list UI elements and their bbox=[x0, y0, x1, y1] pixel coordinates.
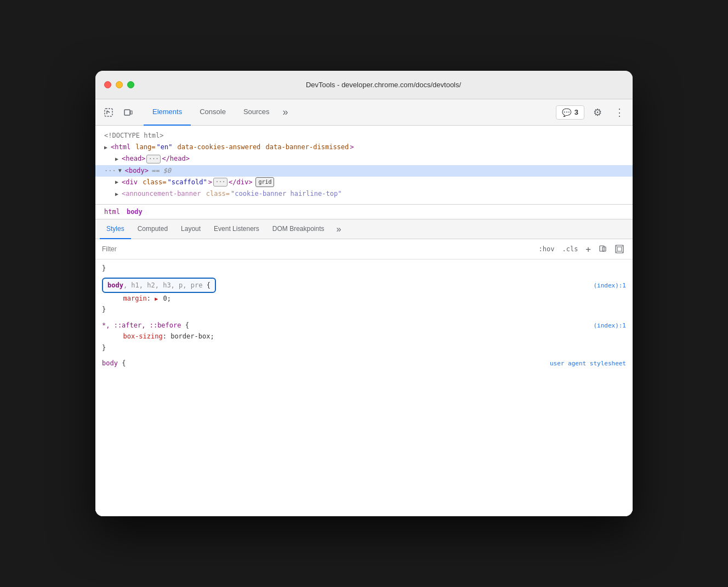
tab-layout[interactable]: Layout bbox=[174, 219, 207, 239]
issues-count: 3 bbox=[575, 108, 578, 116]
tab-event-listeners[interactable]: Event Listeners bbox=[207, 219, 266, 239]
devtools-panel: Elements Console Sources » 💬 3 ⚙ bbox=[95, 99, 633, 516]
toolbar-icons bbox=[100, 104, 137, 121]
css-source-link-1[interactable]: (index):1 bbox=[593, 281, 626, 291]
tree-row-doctype[interactable]: <!DOCTYPE html> bbox=[95, 130, 633, 142]
svg-rect-2 bbox=[130, 111, 132, 114]
traffic-lights bbox=[104, 81, 134, 88]
css-selector-line-2: *, ::after, ::before { (index):1 bbox=[102, 320, 626, 331]
tree-row-div[interactable]: ▶ <div class="scaffold"> ··· </div> grid bbox=[95, 177, 633, 188]
css-selector-line: body, h1, h2, h3, p, pre { (index):1 bbox=[102, 278, 626, 293]
breadcrumb-html[interactable]: html bbox=[102, 207, 122, 217]
svg-rect-1 bbox=[124, 110, 130, 115]
css-rule-1: body, h1, h2, h3, p, pre { (index):1 mar… bbox=[95, 275, 633, 318]
breadcrumb: html body bbox=[95, 204, 633, 219]
window-title: DevTools - developer.chrome.com/docs/dev… bbox=[143, 81, 624, 89]
cls-button[interactable]: .cls bbox=[560, 244, 580, 254]
hov-button[interactable]: :hov bbox=[537, 244, 557, 254]
minimize-button[interactable] bbox=[116, 81, 123, 88]
tree-row-head[interactable]: ▶ <head> ··· </head> bbox=[95, 153, 633, 165]
maximize-button[interactable] bbox=[127, 81, 134, 88]
ellipsis-icon: ⋮ bbox=[615, 106, 624, 118]
titlebar: DevTools - developer.chrome.com/docs/dev… bbox=[95, 71, 633, 99]
more-tabs-icon[interactable]: » bbox=[278, 106, 293, 118]
main-tabs: Elements Console Sources » bbox=[144, 99, 554, 126]
toolbar-right: 💬 3 ⚙ ⋮ bbox=[556, 104, 628, 121]
tree-row-announcement[interactable]: ▶ <announcement-banner class="cookie-ban… bbox=[95, 188, 633, 200]
css-selector-line-3: body { user agent stylesheet bbox=[102, 358, 626, 369]
box-model-icon[interactable] bbox=[613, 242, 626, 256]
css-selector: body, h1, h2, h3, p, pre { bbox=[102, 278, 216, 293]
tree-row-html[interactable]: ▶ <html lang="en" data-cookies-answered … bbox=[95, 142, 633, 153]
device-toolbar-icon[interactable] bbox=[120, 104, 137, 121]
css-property-margin: margin: ▶ 0; bbox=[102, 293, 626, 304]
devtools-toolbar: Elements Console Sources » 💬 3 ⚙ bbox=[95, 99, 633, 126]
css-source-link-2[interactable]: (index):1 bbox=[593, 321, 626, 331]
css-source-link-3[interactable]: user agent stylesheet bbox=[550, 359, 626, 369]
issues-badge-button[interactable]: 💬 3 bbox=[556, 105, 584, 120]
settings-button[interactable]: ⚙ bbox=[589, 104, 606, 121]
tab-styles[interactable]: Styles bbox=[100, 219, 131, 239]
inspect-element-icon[interactable] bbox=[100, 104, 117, 121]
css-rule-3: body { user agent stylesheet bbox=[95, 355, 633, 371]
ellipsis-button[interactable]: ··· bbox=[213, 178, 228, 187]
close-button[interactable] bbox=[104, 81, 111, 88]
selector-highlight-box[interactable]: body, h1, h2, h3, p, pre { bbox=[102, 278, 216, 293]
tab-console[interactable]: Console bbox=[191, 99, 235, 126]
expand-icon: ▶ bbox=[115, 190, 121, 199]
expand-icon: ▶ bbox=[115, 178, 121, 187]
tab-sources[interactable]: Sources bbox=[235, 99, 278, 126]
tab-elements[interactable]: Elements bbox=[144, 99, 191, 126]
grid-badge[interactable]: grid bbox=[255, 177, 274, 187]
svg-rect-0 bbox=[105, 109, 112, 116]
breadcrumb-body[interactable]: body bbox=[124, 207, 145, 217]
filter-bar: :hov .cls + bbox=[95, 239, 633, 259]
expand-icon: ▶ bbox=[104, 143, 110, 152]
ellipsis-button[interactable]: ··· bbox=[146, 155, 161, 163]
css-rule-2: *, ::after, ::before { (index):1 box-siz… bbox=[95, 318, 633, 355]
tab-computed[interactable]: Computed bbox=[131, 219, 174, 239]
css-rule-1-close: } bbox=[102, 304, 626, 315]
tree-row-body[interactable]: ··· ▼ <body> == $0 bbox=[95, 165, 633, 177]
css-rule-2-close: } bbox=[102, 342, 626, 353]
css-rules-panel: } body, h1, h2, h3, p, pre { (index):1 bbox=[95, 259, 633, 516]
tab-dom-breakpoints[interactable]: DOM Breakpoints bbox=[266, 219, 331, 239]
browser-window: DevTools - developer.chrome.com/docs/dev… bbox=[95, 71, 633, 516]
css-selector-3: body { bbox=[102, 358, 126, 369]
filter-input[interactable] bbox=[102, 245, 532, 253]
css-selector-2: *, ::after, ::before { bbox=[102, 320, 189, 331]
add-style-button[interactable]: + bbox=[583, 243, 593, 256]
paint-icon[interactable] bbox=[596, 242, 610, 256]
gear-icon: ⚙ bbox=[593, 106, 602, 118]
svg-rect-6 bbox=[617, 247, 622, 251]
css-separator: } bbox=[95, 262, 633, 275]
expand-icon: ▶ bbox=[115, 155, 121, 163]
more-options-button[interactable]: ⋮ bbox=[611, 104, 628, 121]
more-tabs-icon[interactable]: » bbox=[333, 224, 345, 234]
styles-panel: Styles Computed Layout Event Listeners D… bbox=[95, 219, 633, 516]
elements-panel: <!DOCTYPE html> ▶ <html lang="en" data-c… bbox=[95, 126, 633, 516]
styles-tabs: Styles Computed Layout Event Listeners D… bbox=[95, 219, 633, 239]
issues-icon: 💬 bbox=[562, 108, 571, 117]
filter-actions: :hov .cls + bbox=[537, 242, 626, 256]
html-tree: <!DOCTYPE html> ▶ <html lang="en" data-c… bbox=[95, 126, 633, 204]
expand-icon: ▼ bbox=[118, 166, 124, 175]
css-property-box-sizing: box-sizing: border-box; bbox=[102, 331, 626, 342]
